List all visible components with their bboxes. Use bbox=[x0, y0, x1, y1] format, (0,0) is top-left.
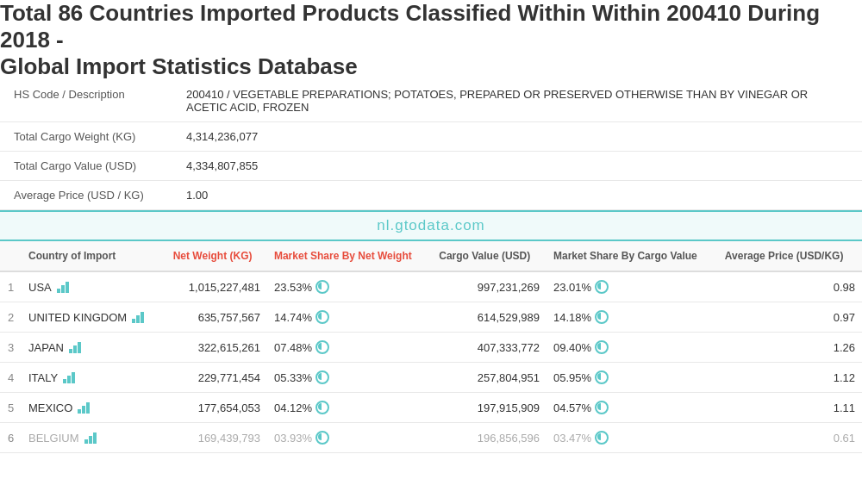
market-share-value-cell: 23.01% bbox=[547, 271, 718, 302]
table-row: 4 ITALY 229,771,454 05.33% 257,804,951 bbox=[0, 363, 862, 393]
avg-price: 1.26 bbox=[718, 333, 862, 363]
bar-chart-icon[interactable] bbox=[78, 401, 93, 414]
pie-chart-icon[interactable] bbox=[315, 340, 329, 354]
info-value: 1.00 bbox=[172, 181, 862, 210]
info-row: Total Cargo Value (USD) 4,334,807,855 bbox=[0, 152, 862, 181]
title-line1: Total 86 Countries Imported Products Cla… bbox=[0, 0, 820, 53]
market-share-weight-pct: 14.74% bbox=[274, 311, 312, 324]
avg-price: 1.11 bbox=[718, 393, 862, 423]
row-index: 2 bbox=[0, 302, 22, 333]
cargo-value: 196,856,596 bbox=[432, 423, 547, 453]
bar-chart-icon[interactable] bbox=[63, 371, 78, 383]
market-share-weight-cell: 03.93% bbox=[267, 423, 432, 453]
market-share-value-pct: 05.95% bbox=[553, 371, 591, 384]
pie-chart-icon[interactable] bbox=[595, 340, 609, 354]
row-index: 1 bbox=[0, 271, 22, 302]
pie-chart-icon[interactable] bbox=[595, 370, 609, 384]
market-share-weight-cell: 07.48% bbox=[267, 333, 432, 363]
column-header-market_share_weight: Market Share By Net Weight bbox=[267, 241, 432, 271]
avg-price: 0.61 bbox=[718, 423, 862, 453]
info-row: Total Cargo Weight (KG) 4,314,236,077 bbox=[0, 122, 862, 152]
market-share-value-cell: 04.57% bbox=[547, 393, 718, 423]
net-weight: 1,015,227,481 bbox=[166, 271, 267, 302]
info-label: HS Code / Description bbox=[0, 80, 172, 122]
market-share-weight-cell: 05.33% bbox=[267, 363, 432, 393]
country-name: USA bbox=[28, 281, 52, 294]
cargo-value: 407,333,772 bbox=[432, 333, 547, 363]
column-header-country: Country of Import bbox=[22, 241, 166, 271]
info-value: 4,334,807,855 bbox=[172, 152, 862, 181]
table-row: 5 MEXICO 177,654,053 04.12% 197,915,909 bbox=[0, 393, 862, 423]
cargo-value: 614,529,989 bbox=[432, 302, 547, 333]
market-share-weight-cell: 04.12% bbox=[267, 393, 432, 423]
avg-price: 1.12 bbox=[718, 363, 862, 393]
market-share-weight-pct: 04.12% bbox=[274, 401, 312, 414]
pie-chart-icon[interactable] bbox=[315, 431, 329, 445]
info-value: 200410 / VEGETABLE PREPARATIONS; POTATOE… bbox=[172, 80, 862, 122]
info-label: Average Price (USD / KG) bbox=[0, 181, 172, 210]
info-row: HS Code / Description 200410 / VEGETABLE… bbox=[0, 80, 862, 122]
net-weight: 635,757,567 bbox=[166, 302, 267, 333]
info-row: Average Price (USD / KG) 1.00 bbox=[0, 181, 862, 210]
avg-price: 0.98 bbox=[718, 271, 862, 302]
market-share-value-cell: 05.95% bbox=[547, 363, 718, 393]
market-share-value-pct: 09.40% bbox=[553, 341, 591, 354]
page-title: Total 86 Countries Imported Products Cla… bbox=[0, 0, 862, 80]
country-cell: JAPAN bbox=[22, 333, 166, 363]
pie-chart-icon[interactable] bbox=[595, 310, 609, 324]
country-cell: MEXICO bbox=[22, 393, 166, 423]
bar-chart-icon[interactable] bbox=[69, 341, 84, 353]
title-line2: Global Import Statistics Database bbox=[0, 53, 358, 79]
pie-chart-icon[interactable] bbox=[315, 401, 329, 414]
bar-chart-icon[interactable] bbox=[57, 281, 72, 293]
table-row: 1 USA 1,015,227,481 23.53% 997,231,269 bbox=[0, 271, 862, 302]
info-label: Total Cargo Weight (KG) bbox=[0, 122, 172, 152]
market-share-weight-pct: 03.93% bbox=[274, 432, 312, 445]
watermark: nl.gtodata.com bbox=[0, 210, 862, 241]
market-share-weight-pct: 05.33% bbox=[274, 371, 312, 384]
country-cell: UNITED KINGDOM bbox=[22, 302, 166, 333]
pie-chart-icon[interactable] bbox=[595, 431, 609, 445]
pie-chart-icon[interactable] bbox=[595, 280, 609, 294]
bar-chart-icon[interactable] bbox=[84, 432, 100, 444]
cargo-value: 257,804,951 bbox=[432, 363, 547, 393]
country-name: UNITED KINGDOM bbox=[28, 311, 127, 324]
country-name: BELGIUM bbox=[28, 432, 79, 445]
info-value: 4,314,236,077 bbox=[172, 122, 862, 152]
pie-chart-icon[interactable] bbox=[315, 280, 329, 294]
net-weight: 169,439,793 bbox=[166, 423, 267, 453]
cargo-value: 997,231,269 bbox=[432, 271, 547, 302]
row-index: 4 bbox=[0, 363, 22, 393]
cargo-value: 197,915,909 bbox=[432, 393, 547, 423]
country-cell: BELGIUM bbox=[22, 423, 166, 453]
pie-chart-icon[interactable] bbox=[595, 401, 609, 414]
column-header-net_weight: Net Weight (KG) bbox=[166, 241, 267, 271]
avg-price: 0.97 bbox=[718, 302, 862, 333]
net-weight: 322,615,261 bbox=[166, 333, 267, 363]
bar-chart-icon[interactable] bbox=[132, 311, 147, 323]
market-share-value-cell: 03.47% bbox=[547, 423, 718, 453]
country-name: MEXICO bbox=[28, 401, 72, 414]
market-share-value-pct: 04.57% bbox=[553, 401, 591, 414]
country-name: JAPAN bbox=[28, 341, 64, 354]
net-weight: 177,654,053 bbox=[166, 393, 267, 423]
table-row: 2 UNITED KINGDOM 635,757,567 14.74% 614,… bbox=[0, 302, 862, 333]
column-header-cargo_value: Cargo Value (USD) bbox=[432, 241, 547, 271]
row-index: 5 bbox=[0, 393, 22, 423]
market-share-value-pct: 23.01% bbox=[553, 281, 591, 294]
net-weight: 229,771,454 bbox=[166, 363, 267, 393]
market-share-value-pct: 14.18% bbox=[553, 311, 591, 324]
country-cell: USA bbox=[22, 271, 166, 302]
market-share-value-cell: 14.18% bbox=[547, 302, 718, 333]
market-share-weight-cell: 14.74% bbox=[267, 302, 432, 333]
pie-chart-icon[interactable] bbox=[315, 370, 329, 384]
column-header-market_share_value: Market Share By Cargo Value bbox=[547, 241, 718, 271]
market-share-value-cell: 09.40% bbox=[547, 333, 718, 363]
data-table: Country of ImportNet Weight (KG)Market S… bbox=[0, 241, 862, 453]
column-header-idx bbox=[0, 241, 22, 271]
row-index: 6 bbox=[0, 423, 22, 453]
pie-chart-icon[interactable] bbox=[315, 310, 329, 324]
country-name: ITALY bbox=[28, 371, 58, 384]
table-row: 6 BELGIUM 169,439,793 03.93% 196,856,596 bbox=[0, 423, 862, 453]
info-label: Total Cargo Value (USD) bbox=[0, 152, 172, 181]
